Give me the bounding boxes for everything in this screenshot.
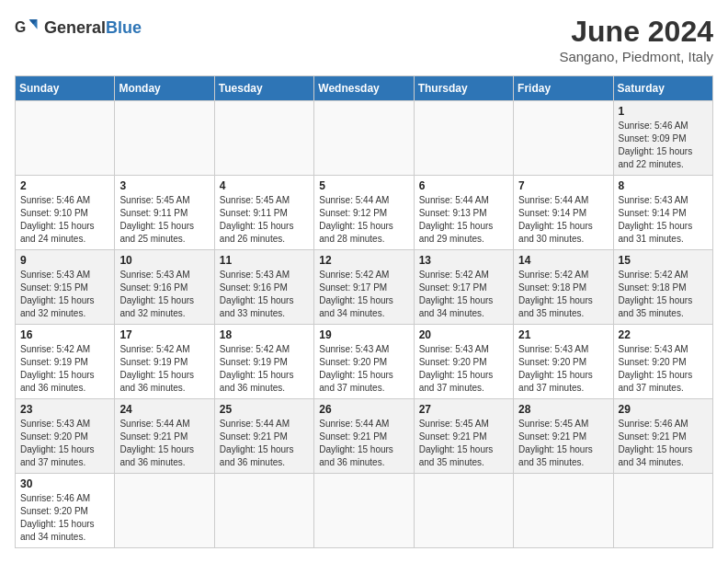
day-info: Sunrise: 5:42 AM Sunset: 9:18 PM Dayligh… bbox=[518, 269, 608, 320]
calendar-cell: 12Sunrise: 5:42 AM Sunset: 9:17 PM Dayli… bbox=[314, 250, 414, 325]
day-number: 19 bbox=[319, 328, 408, 341]
day-info: Sunrise: 5:43 AM Sunset: 9:16 PM Dayligh… bbox=[119, 269, 209, 320]
day-info: Sunrise: 5:44 AM Sunset: 9:14 PM Dayligh… bbox=[518, 194, 608, 246]
day-number: 27 bbox=[419, 403, 508, 416]
calendar-cell bbox=[613, 474, 712, 548]
day-number: 23 bbox=[20, 403, 109, 416]
day-number: 2 bbox=[20, 179, 109, 192]
day-number: 14 bbox=[518, 254, 608, 267]
day-number: 26 bbox=[319, 403, 408, 416]
weekday-header-friday: Friday bbox=[514, 76, 613, 101]
calendar-cell: 27Sunrise: 5:45 AM Sunset: 9:21 PM Dayli… bbox=[414, 399, 513, 474]
calendar-cell: 25Sunrise: 5:44 AM Sunset: 9:21 PM Dayli… bbox=[214, 399, 313, 474]
day-info: Sunrise: 5:44 AM Sunset: 9:13 PM Dayligh… bbox=[419, 194, 508, 246]
calendar-header: SundayMondayTuesdayWednesdayThursdayFrid… bbox=[16, 76, 713, 101]
day-number: 21 bbox=[518, 328, 608, 341]
day-info: Sunrise: 5:43 AM Sunset: 9:20 PM Dayligh… bbox=[419, 343, 508, 395]
weekday-header-saturday: Saturday bbox=[613, 76, 712, 101]
day-info: Sunrise: 5:42 AM Sunset: 9:19 PM Dayligh… bbox=[20, 343, 109, 395]
calendar-cell: 10Sunrise: 5:43 AM Sunset: 9:16 PM Dayli… bbox=[115, 250, 214, 325]
calendar-cell bbox=[115, 474, 214, 548]
calendar-cell: 18Sunrise: 5:42 AM Sunset: 9:19 PM Dayli… bbox=[214, 325, 313, 399]
day-info: Sunrise: 5:44 AM Sunset: 9:21 PM Dayligh… bbox=[319, 418, 408, 469]
calendar-cell: 17Sunrise: 5:42 AM Sunset: 9:19 PM Dayli… bbox=[115, 325, 214, 399]
day-info: Sunrise: 5:42 AM Sunset: 9:19 PM Dayligh… bbox=[220, 343, 309, 395]
day-info: Sunrise: 5:42 AM Sunset: 9:19 PM Dayligh… bbox=[119, 343, 209, 395]
day-number: 9 bbox=[20, 254, 109, 267]
calendar-cell: 8Sunrise: 5:43 AM Sunset: 9:14 PM Daylig… bbox=[613, 176, 712, 250]
day-info: Sunrise: 5:46 AM Sunset: 9:10 PM Dayligh… bbox=[20, 194, 109, 246]
calendar-cell: 28Sunrise: 5:45 AM Sunset: 9:21 PM Dayli… bbox=[514, 399, 613, 474]
day-number: 16 bbox=[20, 328, 109, 341]
day-number: 30 bbox=[20, 477, 109, 490]
day-info: Sunrise: 5:45 AM Sunset: 9:11 PM Dayligh… bbox=[220, 194, 309, 246]
day-info: Sunrise: 5:44 AM Sunset: 9:12 PM Dayligh… bbox=[319, 194, 408, 246]
day-info: Sunrise: 5:43 AM Sunset: 9:20 PM Dayligh… bbox=[20, 418, 109, 469]
day-info: Sunrise: 5:46 AM Sunset: 9:09 PM Dayligh… bbox=[619, 120, 708, 171]
calendar-week-row: 2Sunrise: 5:46 AM Sunset: 9:10 PM Daylig… bbox=[16, 176, 713, 250]
day-number: 15 bbox=[619, 254, 708, 267]
calendar-cell: 23Sunrise: 5:43 AM Sunset: 9:20 PM Dayli… bbox=[16, 399, 115, 474]
calendar-cell: 26Sunrise: 5:44 AM Sunset: 9:21 PM Dayli… bbox=[314, 399, 414, 474]
weekday-header-sunday: Sunday bbox=[16, 76, 115, 101]
calendar-cell bbox=[514, 101, 613, 176]
calendar-cell bbox=[214, 474, 313, 548]
day-info: Sunrise: 5:45 AM Sunset: 9:11 PM Dayligh… bbox=[119, 194, 209, 246]
calendar-body: 1Sunrise: 5:46 AM Sunset: 9:09 PM Daylig… bbox=[16, 101, 713, 548]
calendar-table: SundayMondayTuesdayWednesdayThursdayFrid… bbox=[15, 75, 713, 548]
day-number: 7 bbox=[518, 179, 608, 192]
day-info: Sunrise: 5:43 AM Sunset: 9:15 PM Dayligh… bbox=[20, 269, 109, 320]
day-number: 17 bbox=[119, 328, 209, 341]
day-info: Sunrise: 5:43 AM Sunset: 9:14 PM Dayligh… bbox=[619, 194, 708, 246]
calendar-cell: 7Sunrise: 5:44 AM Sunset: 9:14 PM Daylig… bbox=[514, 176, 613, 250]
day-info: Sunrise: 5:46 AM Sunset: 9:20 PM Dayligh… bbox=[20, 492, 109, 544]
day-info: Sunrise: 5:43 AM Sunset: 9:16 PM Dayligh… bbox=[220, 269, 309, 320]
calendar-cell bbox=[214, 101, 313, 176]
location-subtitle: Sangano, Piedmont, Italy bbox=[559, 49, 713, 64]
day-info: Sunrise: 5:43 AM Sunset: 9:20 PM Dayligh… bbox=[619, 343, 708, 395]
day-number: 8 bbox=[619, 179, 708, 192]
day-number: 12 bbox=[319, 254, 408, 267]
day-info: Sunrise: 5:43 AM Sunset: 9:20 PM Dayligh… bbox=[518, 343, 608, 395]
calendar-cell: 15Sunrise: 5:42 AM Sunset: 9:18 PM Dayli… bbox=[613, 250, 712, 325]
calendar-cell: 22Sunrise: 5:43 AM Sunset: 9:20 PM Dayli… bbox=[613, 325, 712, 399]
calendar-cell: 13Sunrise: 5:42 AM Sunset: 9:17 PM Dayli… bbox=[414, 250, 513, 325]
calendar-cell bbox=[314, 101, 414, 176]
svg-text:G: G bbox=[15, 19, 26, 35]
day-number: 3 bbox=[119, 179, 209, 192]
calendar-cell: 14Sunrise: 5:42 AM Sunset: 9:18 PM Dayli… bbox=[514, 250, 613, 325]
title-block: June 2024 Sangano, Piedmont, Italy bbox=[559, 15, 713, 64]
logo-text: GeneralBlue bbox=[44, 18, 142, 38]
day-info: Sunrise: 5:45 AM Sunset: 9:21 PM Dayligh… bbox=[518, 418, 608, 469]
calendar-cell: 24Sunrise: 5:44 AM Sunset: 9:21 PM Dayli… bbox=[115, 399, 214, 474]
day-info: Sunrise: 5:43 AM Sunset: 9:20 PM Dayligh… bbox=[319, 343, 408, 395]
day-info: Sunrise: 5:46 AM Sunset: 9:21 PM Dayligh… bbox=[619, 418, 708, 469]
day-number: 13 bbox=[419, 254, 508, 267]
day-number: 29 bbox=[619, 403, 708, 416]
calendar-cell: 2Sunrise: 5:46 AM Sunset: 9:10 PM Daylig… bbox=[16, 176, 115, 250]
month-title: June 2024 bbox=[559, 15, 713, 49]
calendar-week-row: 1Sunrise: 5:46 AM Sunset: 9:09 PM Daylig… bbox=[16, 101, 713, 176]
weekday-header-row: SundayMondayTuesdayWednesdayThursdayFrid… bbox=[16, 76, 713, 101]
calendar-cell bbox=[314, 474, 414, 548]
logo: G GeneralBlue bbox=[15, 15, 142, 40]
calendar-week-row: 16Sunrise: 5:42 AM Sunset: 9:19 PM Dayli… bbox=[16, 325, 713, 399]
calendar-cell: 9Sunrise: 5:43 AM Sunset: 9:15 PM Daylig… bbox=[16, 250, 115, 325]
day-number: 10 bbox=[119, 254, 209, 267]
day-number: 22 bbox=[619, 328, 708, 341]
day-number: 6 bbox=[419, 179, 508, 192]
calendar-cell: 21Sunrise: 5:43 AM Sunset: 9:20 PM Dayli… bbox=[514, 325, 613, 399]
calendar-cell: 5Sunrise: 5:44 AM Sunset: 9:12 PM Daylig… bbox=[314, 176, 414, 250]
weekday-header-tuesday: Tuesday bbox=[214, 76, 313, 101]
weekday-header-monday: Monday bbox=[115, 76, 214, 101]
logo-icon: G bbox=[15, 15, 40, 40]
day-number: 28 bbox=[518, 403, 608, 416]
calendar-cell bbox=[414, 474, 513, 548]
calendar-cell bbox=[115, 101, 214, 176]
calendar-cell bbox=[514, 474, 613, 548]
day-number: 24 bbox=[119, 403, 209, 416]
day-info: Sunrise: 5:44 AM Sunset: 9:21 PM Dayligh… bbox=[220, 418, 309, 469]
calendar-cell: 30Sunrise: 5:46 AM Sunset: 9:20 PM Dayli… bbox=[16, 474, 115, 548]
calendar-cell: 1Sunrise: 5:46 AM Sunset: 9:09 PM Daylig… bbox=[613, 101, 712, 176]
day-info: Sunrise: 5:42 AM Sunset: 9:17 PM Dayligh… bbox=[419, 269, 508, 320]
